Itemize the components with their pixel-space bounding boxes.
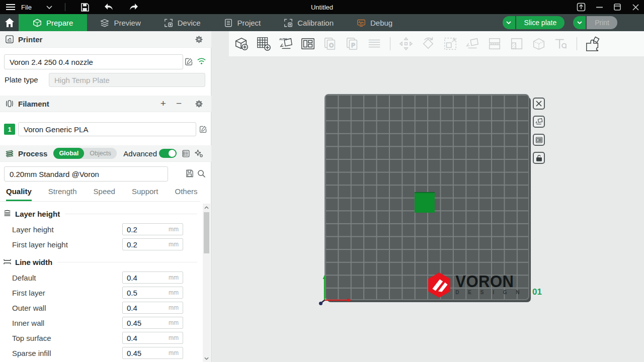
group-rule <box>57 262 197 262</box>
viewport-3d[interactable]: AUTO O P <box>212 31 644 362</box>
process-tab-speed[interactable]: Speed <box>94 187 115 200</box>
scrollbar-thumb[interactable] <box>204 212 209 253</box>
remove-filament-icon[interactable]: − <box>176 98 182 109</box>
undo-icon[interactable] <box>104 2 115 13</box>
slice-plate-button[interactable]: Slice plate <box>516 16 565 29</box>
search-preset-icon[interactable] <box>197 169 206 178</box>
setting-input[interactable]: 0.2mm <box>122 223 183 235</box>
add-filament-icon[interactable]: + <box>160 98 166 109</box>
setting-label: Default <box>12 274 36 282</box>
minimize-button[interactable] <box>594 2 605 13</box>
save-preset-icon[interactable] <box>186 169 194 177</box>
filament-slot-badge[interactable]: 1 <box>4 124 15 135</box>
setting-value: 0.4 <box>127 334 137 342</box>
printer-settings-gear-icon[interactable] <box>195 35 203 44</box>
scroll-up-arrow[interactable] <box>203 204 210 211</box>
edit-printer-icon[interactable] <box>185 57 193 66</box>
print-button[interactable]: Print <box>587 16 617 29</box>
advanced-toggle[interactable] <box>159 149 177 158</box>
scope-objects[interactable]: Objects <box>84 148 116 159</box>
process-preset-combo[interactable]: 0.20mm Standard @Voron <box>4 166 168 182</box>
setting-unit: mm <box>169 226 179 233</box>
voron-logo: VORON D E S I G N <box>426 272 523 298</box>
setting-row: Default0.4mm <box>0 270 200 285</box>
tab-calibration[interactable]: Calibration <box>274 14 344 31</box>
redo-icon[interactable] <box>128 2 139 13</box>
variable-layer-height-icon[interactable] <box>366 36 382 52</box>
cut-icon[interactable] <box>509 36 525 52</box>
filament-preset-combo[interactable]: Voron Generic PLA <box>18 122 196 136</box>
setting-input[interactable]: 0.45mm <box>122 347 183 359</box>
plate-number-label: 01 <box>532 287 542 297</box>
add-plate-icon[interactable] <box>256 36 272 52</box>
split-icon[interactable] <box>487 36 503 52</box>
process-tab-others[interactable]: Others <box>175 187 198 200</box>
print-options-dropdown[interactable] <box>573 16 586 29</box>
assembly-view-icon[interactable] <box>585 36 601 52</box>
setting-input[interactable]: 0.4mm <box>122 302 183 314</box>
process-scope-toggle: Global Objects <box>53 148 116 159</box>
debug-icon <box>357 18 366 27</box>
setting-value: 0.45 <box>127 349 141 357</box>
filament-settings-gear-icon[interactable] <box>195 100 203 108</box>
svg-text:O: O <box>329 42 334 48</box>
setting-value: 0.45 <box>127 319 141 327</box>
tab-preview[interactable]: Preview <box>90 14 150 31</box>
setting-input[interactable]: 0.45mm <box>122 317 183 329</box>
paste-objects-icon[interactable]: P <box>344 36 360 52</box>
file-menu[interactable]: File <box>21 4 32 11</box>
arrange-plate-button[interactable] <box>533 134 545 146</box>
build-plate[interactable]: VORON D E S I G N <box>325 94 529 300</box>
printer-section-title: Printer <box>18 35 42 44</box>
save-icon[interactable] <box>79 2 91 13</box>
setting-row: First layer height0.2mm <box>0 237 200 252</box>
main-tab-bar: Prepare Preview Device Project Calibrati… <box>0 14 644 31</box>
window-title: Untitled <box>311 4 333 11</box>
printer-preset-value: Voron 2.4 250 0.4 nozzle <box>10 58 93 66</box>
mesh-boolean-icon[interactable] <box>531 36 547 52</box>
model-object-cube[interactable] <box>415 192 435 213</box>
setting-input[interactable]: 0.2mm <box>122 238 183 250</box>
close-button[interactable] <box>630 2 641 13</box>
auto-orient-icon[interactable]: AUTO <box>278 36 294 52</box>
settings-scrollbar[interactable] <box>203 204 210 362</box>
add-object-icon[interactable] <box>233 36 250 52</box>
tab-prepare[interactable]: Prepare <box>19 14 87 31</box>
tab-device-label: Device <box>178 19 201 27</box>
parameter-search-gear-icon[interactable] <box>194 149 203 158</box>
printer-preset-combo[interactable]: Voron 2.4 250 0.4 nozzle <box>4 54 183 69</box>
process-tab-quality[interactable]: Quality <box>6 187 32 201</box>
delete-plate-button[interactable] <box>533 98 545 110</box>
wifi-connection-icon[interactable] <box>197 58 206 65</box>
scale-icon[interactable] <box>442 36 458 52</box>
home-button[interactable] <box>0 14 19 31</box>
rotate-icon[interactable] <box>420 36 436 52</box>
process-tab-strength[interactable]: Strength <box>48 187 77 200</box>
text-tool-icon[interactable] <box>553 36 569 52</box>
edit-filament-icon[interactable] <box>199 125 207 133</box>
process-section-header: Process Global Objects Advanced <box>0 145 211 162</box>
copy-objects-icon[interactable]: O <box>322 36 338 52</box>
setting-unit: mm <box>169 241 179 248</box>
hamburger-menu-icon[interactable] <box>5 2 16 13</box>
slice-options-dropdown[interactable] <box>503 16 515 29</box>
setting-input[interactable]: 0.4mm <box>122 332 183 344</box>
orient-plate-button[interactable] <box>533 116 545 128</box>
chevron-down-icon[interactable] <box>44 2 55 13</box>
lay-on-face-icon[interactable] <box>464 36 480 52</box>
arrange-icon[interactable] <box>300 36 316 52</box>
scope-global[interactable]: Global <box>53 148 84 159</box>
plate-type-combo[interactable]: High Temp Plate <box>49 73 205 87</box>
tab-project[interactable]: Project <box>214 14 271 31</box>
process-tab-support[interactable]: Support <box>132 187 158 200</box>
parameter-list-icon[interactable] <box>182 149 190 158</box>
move-icon[interactable] <box>398 36 414 52</box>
setting-input[interactable]: 0.5mm <box>122 287 183 299</box>
tab-device[interactable]: Device <box>154 14 211 31</box>
tab-debug[interactable]: Debug <box>347 14 403 31</box>
upload-share-icon[interactable] <box>576 2 587 13</box>
scroll-down-arrow[interactable] <box>203 354 210 362</box>
setting-input[interactable]: 0.4mm <box>122 272 183 284</box>
maximize-button[interactable] <box>612 2 623 13</box>
lock-plate-button[interactable] <box>533 152 545 164</box>
